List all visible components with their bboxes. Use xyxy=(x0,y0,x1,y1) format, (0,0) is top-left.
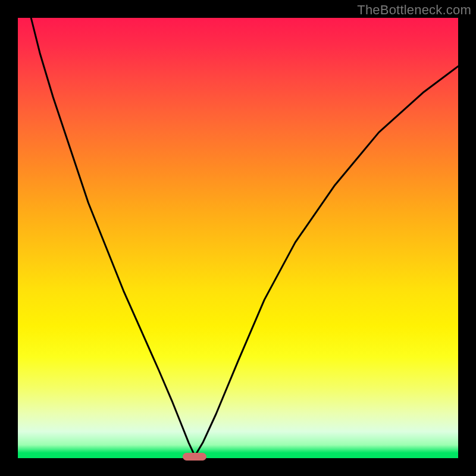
watermark-text: TheBottleneck.com xyxy=(357,2,471,18)
plot-area xyxy=(18,18,458,458)
ideal-marker xyxy=(183,453,206,461)
bottleneck-curve xyxy=(18,18,458,458)
chart-frame: TheBottleneck.com xyxy=(0,0,476,476)
